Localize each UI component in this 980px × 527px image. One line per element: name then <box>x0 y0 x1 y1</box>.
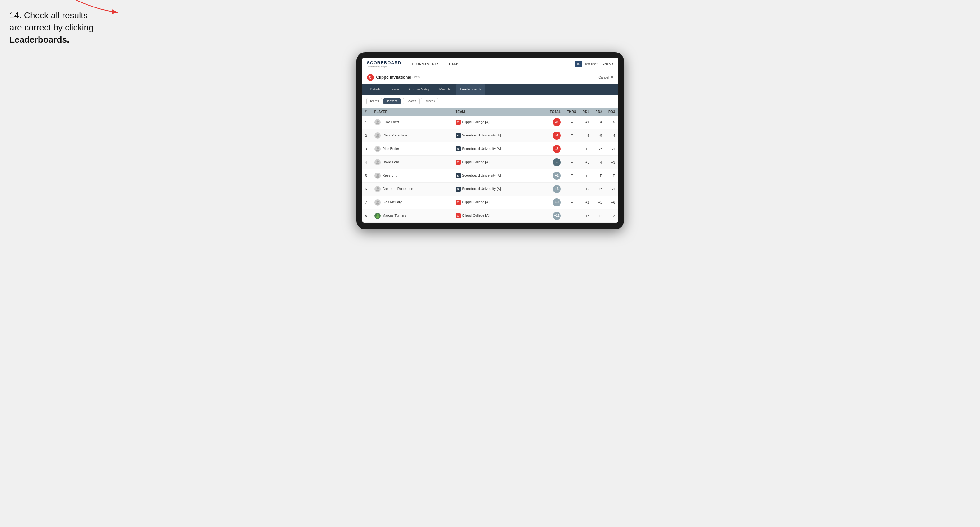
cell-total: E <box>545 156 564 169</box>
svg-point-4 <box>376 160 378 162</box>
cell-rd3: -1 <box>605 142 618 156</box>
logo-area: SCOREBOARD Powered by clippd <box>367 60 401 68</box>
player-name: Blair McHarg <box>383 200 402 204</box>
cell-rd3: -5 <box>605 116 618 129</box>
team-logo: C <box>456 120 461 125</box>
svg-point-6 <box>376 187 378 189</box>
cell-rd3: +3 <box>605 156 618 169</box>
player-avatar <box>374 146 381 152</box>
cell-rank: 6 <box>362 182 371 195</box>
cell-player: Chris Robertson <box>371 129 452 142</box>
team-logo: C <box>456 200 461 205</box>
cell-team: SScoreboard University [A] <box>452 169 545 182</box>
col-header-thru: THRU <box>564 108 579 116</box>
cell-player: Marcus Turners <box>371 209 452 222</box>
player-avatar <box>374 199 381 205</box>
filter-strokes-button[interactable]: Strokes <box>421 98 438 105</box>
filter-teams-button[interactable]: Teams <box>366 98 382 105</box>
player-avatar <box>374 159 381 165</box>
score-badge: +11 <box>553 212 561 220</box>
sign-out-link[interactable]: Sign out <box>602 62 613 66</box>
team-name: Scoreboard University [A] <box>462 133 501 137</box>
cell-player: Elliot Ebert <box>371 116 452 129</box>
cell-rank: 7 <box>362 195 371 209</box>
cell-thru: F <box>564 195 579 209</box>
col-header-total: TOTAL <box>545 108 564 116</box>
user-avatar: TU <box>575 60 582 67</box>
team-logo: C <box>456 160 461 165</box>
filter-scores-button[interactable]: Scores <box>403 98 420 105</box>
player-name: Elliot Ebert <box>383 120 399 124</box>
team-name: Clippd College [A] <box>462 160 490 163</box>
table-row: 7Blair McHargCClippd College [A]+9F+2+1+… <box>362 195 618 209</box>
cell-rd1: +5 <box>579 182 592 195</box>
table-row: 5Rees BrittSScoreboard University [A]+1F… <box>362 169 618 182</box>
cell-rank: 5 <box>362 169 371 182</box>
col-header-rank: # <box>362 108 371 116</box>
cell-team: CClippd College [A] <box>452 209 545 222</box>
team-name: Clippd College [A] <box>462 120 490 124</box>
cell-rd3: +2 <box>605 209 618 222</box>
cell-rank: 1 <box>362 116 371 129</box>
cell-total: +11 <box>545 209 564 222</box>
cell-rd3: -1 <box>605 182 618 195</box>
cell-rd2: +7 <box>592 209 605 222</box>
nav-tournaments[interactable]: TOURNAMENTS <box>411 61 440 67</box>
player-avatar <box>374 173 381 179</box>
player-avatar <box>374 213 381 219</box>
score-badge: +1 <box>553 171 561 180</box>
leaderboard-table: # PLAYER TEAM TOTAL THRU RD1 RD2 RD3 1El… <box>362 108 618 222</box>
cell-rank: 8 <box>362 209 371 222</box>
cell-team: CClippd College [A] <box>452 195 545 209</box>
cell-total: -2 <box>545 142 564 156</box>
cell-thru: F <box>564 182 579 195</box>
cell-thru: F <box>564 169 579 182</box>
cell-rd2: +1 <box>592 195 605 209</box>
score-badge: +6 <box>553 185 561 193</box>
tab-leaderboards[interactable]: Leaderboards <box>456 84 485 95</box>
cell-rd2: +5 <box>592 129 605 142</box>
svg-point-8 <box>376 214 378 216</box>
svg-point-3 <box>376 147 378 149</box>
score-badge: -8 <box>553 118 561 126</box>
score-badge: -2 <box>553 145 561 153</box>
col-header-rd2: RD2 <box>592 108 605 116</box>
table-row: 3Rich ButlerSScoreboard University [A]-2… <box>362 142 618 156</box>
tournament-badge: (Men) <box>412 76 420 79</box>
score-badge: E <box>553 158 561 166</box>
tab-teams[interactable]: Teams <box>385 84 404 95</box>
cell-total: +1 <box>545 169 564 182</box>
filter-players-button[interactable]: Players <box>383 98 401 105</box>
cancel-button[interactable]: Cancel ✕ <box>598 75 613 79</box>
cell-rd1: +3 <box>579 116 592 129</box>
player-name: Chris Robertson <box>383 133 407 137</box>
table-row: 2Chris RobertsonSScoreboard University [… <box>362 129 618 142</box>
tab-details[interactable]: Details <box>366 84 385 95</box>
tab-results[interactable]: Results <box>435 84 455 95</box>
cell-thru: F <box>564 156 579 169</box>
col-header-team: TEAM <box>452 108 545 116</box>
cell-total: +9 <box>545 195 564 209</box>
team-name: Scoreboard University [A] <box>462 173 501 177</box>
cell-team: CClippd College [A] <box>452 116 545 129</box>
tablet-device: SCOREBOARD Powered by clippd TOURNAMENTS… <box>356 52 624 229</box>
cell-player: Rees Britt <box>371 169 452 182</box>
tournament-header: C Clippd Invitational (Men) Cancel ✕ <box>362 71 618 84</box>
player-name: Cameron Robertson <box>383 187 413 190</box>
tournament-icon: C <box>367 74 374 81</box>
tablet-screen: SCOREBOARD Powered by clippd TOURNAMENTS… <box>362 58 618 222</box>
player-avatar <box>374 119 381 125</box>
player-avatar <box>374 186 381 192</box>
table-row: 1Elliot EbertCClippd College [A]-8F+3-6-… <box>362 116 618 129</box>
cell-player: Cameron Robertson <box>371 182 452 195</box>
team-name: Scoreboard University [A] <box>462 187 501 190</box>
tab-course-setup[interactable]: Course Setup <box>405 84 434 95</box>
player-name: David Ford <box>383 160 399 163</box>
cell-rd1: +1 <box>579 169 592 182</box>
col-header-player: PLAYER <box>371 108 452 116</box>
cell-total: -4 <box>545 129 564 142</box>
nav-teams[interactable]: TEAMS <box>446 61 460 67</box>
cell-team: CClippd College [A] <box>452 156 545 169</box>
cell-rd1: +2 <box>579 195 592 209</box>
logo-sub: Powered by clippd <box>367 65 401 68</box>
